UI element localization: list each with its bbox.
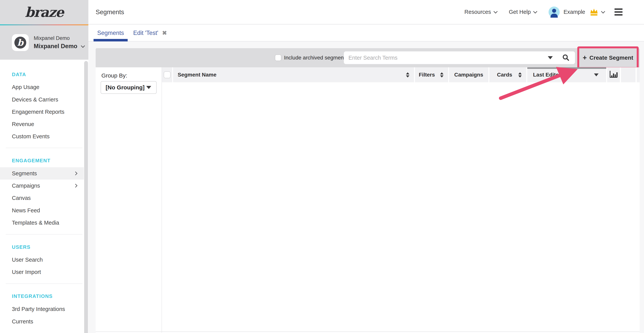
sort-icon <box>406 72 410 78</box>
chevron-down-icon <box>594 74 598 76</box>
column-filters[interactable]: Filters <box>415 67 448 82</box>
group-by-panel: Group By: [No Grouping] <box>96 67 162 332</box>
sort-icon <box>518 72 522 78</box>
column-last-edited[interactable]: Last Edited <box>527 67 606 82</box>
segments-content: Include archived segments + Create Segme… <box>96 48 640 333</box>
sidebar-item-user-import[interactable]: User Import <box>0 266 84 278</box>
brand-logo-text: braze <box>25 4 63 20</box>
chart-icon <box>609 70 618 80</box>
include-archived-control: Include archived segments <box>275 48 348 67</box>
nav-section-engagement: ENGAGEMENT <box>12 154 50 167</box>
include-archived-checkbox[interactable] <box>275 55 281 61</box>
chevron-down-icon <box>146 86 151 89</box>
chevron-right-icon <box>74 184 78 188</box>
workspace-labels: Mixpanel Demo Mixpanel Demo <box>34 35 84 50</box>
create-segment-button[interactable]: + Create Segment <box>579 48 637 67</box>
tab-edit-test[interactable]: Edit 'Test' ✖ <box>133 25 167 41</box>
sidebar-item-devices-carriers[interactable]: Devices & Carriers <box>0 93 84 106</box>
search-input[interactable] <box>344 51 548 64</box>
braze-dashboard: braze b Mixpanel Demo Mixpanel Demo DATA… <box>0 0 644 333</box>
segments-toolbar: Include archived segments + Create Segme… <box>96 48 640 67</box>
nav-section-integrations: INTEGRATIONS <box>12 290 53 302</box>
sidebar-item-templates-media[interactable]: Templates & Media <box>0 217 84 229</box>
resources-menu[interactable]: Resources <box>464 9 497 15</box>
workspace-icon-glyph: b <box>14 37 26 49</box>
top-header: Segments Resources Get Help Example <box>88 0 644 24</box>
table-bottom-divider <box>96 331 640 332</box>
group-by-label: Group By: <box>102 72 127 79</box>
nav-divider <box>6 283 82 284</box>
column-campaigns[interactable]: Campaigns <box>449 67 488 82</box>
menu-icon[interactable] <box>614 9 622 16</box>
workspace-app-label: Mixpanel Demo <box>34 35 84 41</box>
sidebar-item-custom-events[interactable]: Custom Events <box>0 130 84 143</box>
workspace-switcher[interactable]: b Mixpanel Demo Mixpanel Demo <box>0 25 88 60</box>
get-help-menu[interactable]: Get Help <box>509 9 537 15</box>
page-title: Segments <box>96 9 124 16</box>
create-segment-highlight-box: + Create Segment <box>577 47 639 69</box>
chevron-down-icon <box>494 10 498 14</box>
sidebar-item-campaigns[interactable]: Campaigns <box>0 180 84 192</box>
brand-logo[interactable]: braze <box>0 0 88 24</box>
sorted-column-indicator <box>527 67 606 69</box>
include-archived-label: Include archived segments <box>284 55 348 61</box>
sidebar-item-currents[interactable]: Currents <box>0 315 84 328</box>
select-all-checkbox[interactable] <box>164 71 170 78</box>
sidebar-item-user-search[interactable]: User Search <box>0 254 84 266</box>
sort-icon <box>440 72 444 78</box>
sidebar-nav: DATA App Usage Devices & Carriers Engage… <box>0 60 84 333</box>
sidebar-item-revenue[interactable]: Revenue <box>0 118 84 130</box>
sidebar-item-engagement-reports[interactable]: Engagement Reports <box>0 106 84 118</box>
tab-segments[interactable]: Segments <box>94 25 128 41</box>
user-name: Example <box>564 9 585 15</box>
nav-divider <box>6 148 82 148</box>
workspace-icon-letter: b <box>17 38 24 47</box>
tab-bar: Segments Edit 'Test' ✖ <box>88 25 644 42</box>
column-empty <box>621 67 636 82</box>
column-empty-edge <box>637 67 640 82</box>
segment-search <box>344 51 575 64</box>
segments-table-header: Segment Name Filters Campaigns Cards Las… <box>162 67 640 82</box>
workspace-icon: b <box>12 34 29 51</box>
close-icon[interactable]: ✖ <box>162 30 167 36</box>
group-by-select[interactable]: [No Grouping] <box>100 81 156 94</box>
plus-icon: + <box>583 54 587 61</box>
sidebar-item-3rd-party-integrations[interactable]: 3rd Party Integrations <box>0 303 84 315</box>
sidebar-item-segments[interactable]: Segments <box>0 167 84 180</box>
search-icon[interactable] <box>562 54 570 62</box>
sidebar-item-news-feed[interactable]: News Feed <box>0 204 84 217</box>
crown-icon <box>590 8 598 16</box>
column-segment-name[interactable]: Segment Name <box>173 67 414 82</box>
chevron-down-icon <box>81 44 85 48</box>
sidebar-item-app-usage[interactable]: App Usage <box>0 81 84 93</box>
header-actions: Resources Get Help Example <box>464 7 622 18</box>
select-all-cell <box>162 67 172 82</box>
sidebar-item-canvas[interactable]: Canvas <box>0 192 84 204</box>
person-icon <box>552 9 556 13</box>
nav-divider <box>6 234 82 235</box>
sidebar-scrollbar[interactable] <box>84 61 88 333</box>
chevron-down-icon[interactable] <box>601 10 605 14</box>
active-tab-underline <box>94 39 128 42</box>
search-dropdown-caret-icon[interactable] <box>548 56 553 59</box>
chevron-right-icon <box>74 171 78 175</box>
user-avatar[interactable] <box>548 7 560 18</box>
column-analytics[interactable] <box>607 67 620 82</box>
chevron-down-icon <box>533 10 537 14</box>
sidebar: braze b Mixpanel Demo Mixpanel Demo DATA… <box>0 0 88 333</box>
column-cards[interactable]: Cards <box>489 67 526 82</box>
nav-section-data: DATA <box>12 68 26 81</box>
segments-table-body <box>162 82 640 331</box>
nav-section-users: USERS <box>12 241 30 253</box>
workspace-name: Mixpanel Demo <box>34 43 77 50</box>
